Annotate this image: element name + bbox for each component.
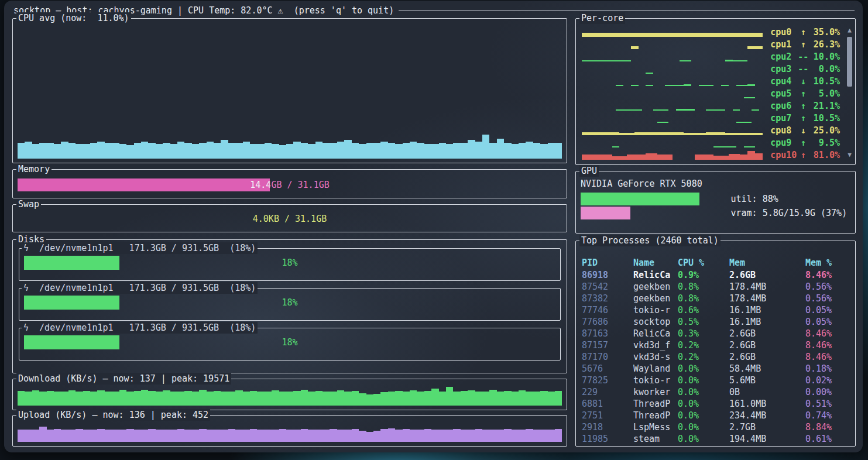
process-row[interactable]: 87170vkd3d-s0.2%2.6GB8.46% [582, 351, 850, 363]
gpu-util-fill [581, 193, 699, 205]
histogram-bar [83, 144, 90, 159]
core-name: cpu6 [770, 101, 797, 111]
histogram-bar [25, 392, 32, 406]
spark-segment [676, 109, 687, 111]
histogram-bar [482, 430, 489, 442]
histogram-bar [461, 391, 468, 406]
histogram-bar [526, 429, 533, 442]
histogram-bar [61, 430, 68, 442]
cell-mem-pct: 0.56% [805, 293, 850, 304]
process-row[interactable]: 77746tokio-r0.6%16.1MB0.05% [582, 304, 850, 316]
spark-segment [582, 60, 631, 61]
histogram-bar [417, 143, 424, 159]
histogram-bar [134, 430, 141, 442]
histogram-bar [344, 140, 351, 158]
scroll-up-icon[interactable]: ▲ [846, 27, 853, 34]
cell-name: vkd3d_f [633, 340, 678, 351]
histogram-bar [257, 430, 264, 442]
histogram-bar [148, 429, 155, 442]
core-sparkline [582, 125, 763, 135]
core-row: cpu8↓25.0% [581, 124, 852, 136]
histogram-bar [214, 430, 221, 442]
per-core-scrollbar[interactable]: ▲ ▼ [846, 27, 853, 159]
disk-title: ϟ /dev/nvme1n1p1 171.3GB / 931.5GB (18%) [22, 242, 258, 254]
cell-pid: 77825 [582, 375, 633, 386]
process-row[interactable]: 2751ThreadP0.0%234.4MB0.74% [582, 410, 850, 421]
cell-cpu: 0.0% [678, 363, 729, 374]
process-row[interactable]: 229kworker0.0%0B0.00% [582, 386, 850, 398]
process-row[interactable]: 77686socktop0.5%16.1MB0.05% [582, 316, 850, 328]
histogram-bar [308, 430, 315, 442]
upload-panel: Upload (KB/s) — now: 136 | peak: 452 [12, 415, 567, 447]
core-percent: 0.0% [811, 64, 840, 74]
histogram-bar [352, 143, 359, 159]
histogram-bar [119, 390, 126, 406]
histogram-bar [141, 142, 148, 159]
spark-segment [646, 153, 657, 160]
process-row[interactable]: 87542geekben0.8%178.4MB0.56% [582, 281, 850, 293]
process-row[interactable]: 87157vkd3d_f0.2%2.6GB8.46% [582, 339, 850, 351]
scroll-down-icon[interactable]: ▼ [846, 152, 853, 159]
core-percent: 21.1% [811, 101, 840, 111]
histogram-bar [344, 392, 351, 406]
histogram-bar [431, 389, 438, 406]
histogram-bar [403, 392, 410, 406]
core-name: cpu10 [770, 150, 797, 160]
histogram-bar [265, 143, 272, 159]
scroll-thumb[interactable] [847, 37, 852, 87]
histogram-bar [228, 392, 235, 406]
cell-mem: 5.6MB [729, 375, 805, 386]
spark-segment [627, 155, 646, 160]
histogram-bar [315, 142, 323, 159]
histogram-bar [504, 429, 511, 442]
histogram-bar [257, 392, 264, 406]
histogram-bar [163, 390, 170, 406]
histogram-bar [482, 392, 489, 406]
histogram-bar [548, 143, 555, 159]
histogram-bar [192, 392, 199, 406]
process-row[interactable]: 2918LspMess0.0%2.7GB8.84% [582, 421, 850, 433]
download-chart [18, 386, 562, 406]
core-row: cpu4↓10.5% [581, 75, 852, 87]
histogram-bar [301, 390, 308, 406]
histogram-bar [177, 429, 184, 442]
cell-name: Wayland [633, 363, 678, 374]
histogram-bar [177, 142, 184, 159]
core-percent: 9.5% [811, 138, 840, 148]
histogram-bar [330, 392, 337, 406]
cell-name: tokio-r [633, 305, 678, 315]
histogram-bar [163, 430, 170, 442]
download-title: Download (KB/s) — now: 137 | peak: 19571 [16, 373, 231, 385]
disk-flash-icon: ϟ [23, 283, 29, 293]
histogram-bar [126, 429, 133, 442]
cell-mem: 16.1MB [729, 305, 805, 315]
disks-panel: Disks ϟ /dev/nvme1n1p1 171.3GB / 931.5GB… [12, 239, 567, 373]
spark-segment [725, 133, 744, 135]
core-percent: 10.5% [811, 76, 840, 87]
spark-segment [744, 97, 755, 98]
core-sparkline [582, 26, 763, 37]
histogram-bar [497, 139, 504, 159]
process-row[interactable]: 77825tokio-r0.0%5.6MB0.02% [582, 375, 850, 386]
process-row[interactable]: 86918RelicCa0.9%2.6GB8.46% [582, 269, 850, 281]
histogram-bar [126, 392, 133, 406]
core-sparkline [582, 63, 763, 74]
process-row[interactable]: 87382geekben0.8%178.4MB0.56% [582, 293, 850, 304]
histogram-bar [279, 429, 286, 442]
swap-title: Swap [16, 198, 41, 210]
cell-name: tokio-r [633, 375, 678, 386]
histogram-bar [519, 143, 526, 159]
core-percent: 10.0% [811, 52, 840, 62]
cell-cpu: 0.0% [678, 399, 729, 409]
swap-gauge-label: 4.0KB / 31.1GB [18, 212, 562, 225]
cell-mem: 16.1MB [729, 317, 805, 327]
histogram-bar [250, 429, 257, 442]
cell-cpu: 0.3% [678, 328, 729, 339]
process-row[interactable]: 6881ThreadP0.0%161.0MB0.51% [582, 398, 850, 410]
process-row[interactable]: 11985steam0.0%194.4MB0.61% [582, 433, 850, 445]
histogram-bar [119, 430, 126, 442]
histogram-bar [32, 144, 39, 159]
process-row[interactable]: 5676Wayland0.0%58.4MB0.18% [582, 363, 850, 375]
gpu-title: GPU [579, 165, 599, 177]
process-row[interactable]: 87163RelicCa0.3%2.6GB8.46% [582, 328, 850, 339]
